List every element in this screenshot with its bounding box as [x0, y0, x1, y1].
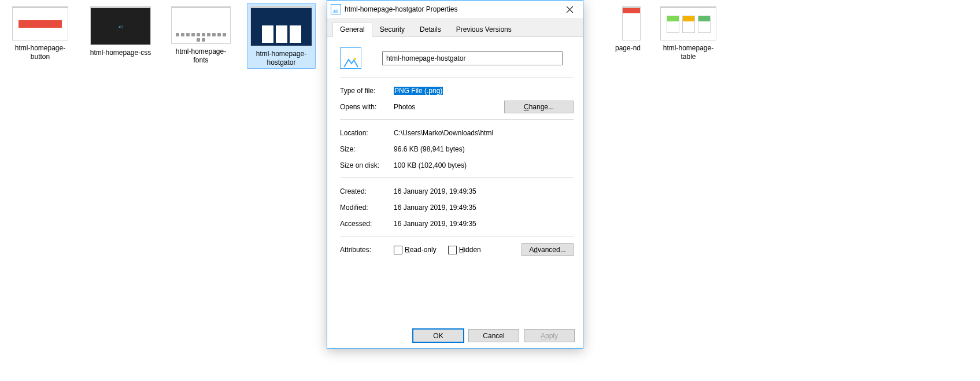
- tab-previous-versions[interactable]: Previous Versions: [449, 23, 519, 36]
- file-thumbnail: [171, 6, 231, 44]
- created-label: Created:: [340, 187, 394, 195]
- tab-security[interactable]: Security: [372, 23, 412, 36]
- created-value: 16 January 2019, 19:49:35: [394, 187, 476, 195]
- file-thumbnail: [250, 6, 312, 46]
- checkbox-icon: [448, 246, 457, 254]
- type-label: Type of file:: [340, 87, 394, 95]
- tab-bar: General Security Details Previous Versio…: [327, 18, 583, 37]
- file-label: html-homepage-button: [8, 44, 73, 61]
- readonly-checkbox[interactable]: Read-only: [394, 246, 437, 254]
- divider: [340, 119, 574, 120]
- file-label: html-homepage-fonts: [168, 47, 234, 65]
- checkbox-icon: [394, 246, 402, 254]
- divider: [340, 236, 574, 236]
- tab-content: Type of file: PNG File (.png) Opens with…: [327, 37, 583, 265]
- file-type-icon: [340, 47, 361, 69]
- opens-with-label: Opens with:: [340, 103, 394, 111]
- file-label: html-homepage-hostgator: [249, 50, 314, 67]
- close-icon: [567, 6, 573, 13]
- file-thumbnail: [622, 6, 641, 40]
- accessed-value: 16 January 2019, 19:49:35: [394, 220, 476, 228]
- ok-button[interactable]: OK: [413, 329, 464, 342]
- size-on-disk-label: Size on disk:: [340, 161, 394, 169]
- file-label: html-homepage-table: [656, 44, 721, 61]
- size-on-disk-value: 100 KB (102,400 bytes): [394, 161, 467, 169]
- divider: [340, 77, 574, 77]
- advanced-button[interactable]: Advanced...: [522, 243, 574, 256]
- type-value: PNG File (.png): [394, 87, 443, 95]
- hidden-checkbox[interactable]: Hidden: [448, 246, 481, 254]
- dialog-buttons: OK Cancel Apply: [413, 329, 575, 342]
- opens-with-value: Photos: [394, 103, 504, 111]
- file-label: page-nd: [615, 44, 641, 53]
- file-label: html-homepage-css: [90, 49, 151, 57]
- properties-dialog: html-homepage-hostgator Properties Gener…: [327, 0, 583, 349]
- modified-value: 16 January 2019, 19:49:35: [394, 204, 476, 212]
- attributes-label: Attributes:: [340, 246, 394, 254]
- window-icon: [331, 4, 341, 14]
- divider: [340, 177, 574, 178]
- svg-point-2: [354, 58, 356, 60]
- file-item-selected[interactable]: html-homepage-hostgator: [247, 3, 316, 69]
- file-thumbnail: .a{ }: [90, 6, 151, 45]
- file-item[interactable]: html-homepage-fonts: [167, 3, 235, 69]
- file-thumbnail: [12, 6, 68, 40]
- location-label: Location:: [340, 129, 394, 137]
- window-title: html-homepage-hostgator Properties: [345, 5, 557, 13]
- filename-input[interactable]: [382, 51, 563, 65]
- desktop: html-homepage-button .a{ } html-homepage…: [0, 0, 980, 381]
- accessed-label: Accessed:: [340, 220, 394, 228]
- file-item[interactable]: .a{ } html-homepage-css: [86, 3, 155, 69]
- titlebar[interactable]: html-homepage-hostgator Properties: [327, 1, 583, 18]
- file-item[interactable]: html-homepage-button: [6, 3, 75, 69]
- modified-label: Modified:: [340, 204, 394, 212]
- file-item[interactable]: html-homepage-table: [654, 3, 723, 69]
- apply-button[interactable]: Apply: [524, 329, 575, 342]
- size-value: 96.6 KB (98,941 bytes): [394, 145, 465, 153]
- tab-details[interactable]: Details: [412, 23, 449, 36]
- file-item[interactable]: page-nd: [611, 3, 642, 69]
- file-thumbnail: [660, 6, 716, 40]
- change-button[interactable]: Change...: [504, 101, 574, 113]
- cancel-button[interactable]: Cancel: [468, 329, 519, 342]
- tab-general[interactable]: General: [332, 22, 372, 37]
- close-button[interactable]: [557, 1, 583, 18]
- size-label: Size:: [340, 145, 394, 153]
- location-value: C:\Users\Marko\Downloads\html: [394, 129, 493, 137]
